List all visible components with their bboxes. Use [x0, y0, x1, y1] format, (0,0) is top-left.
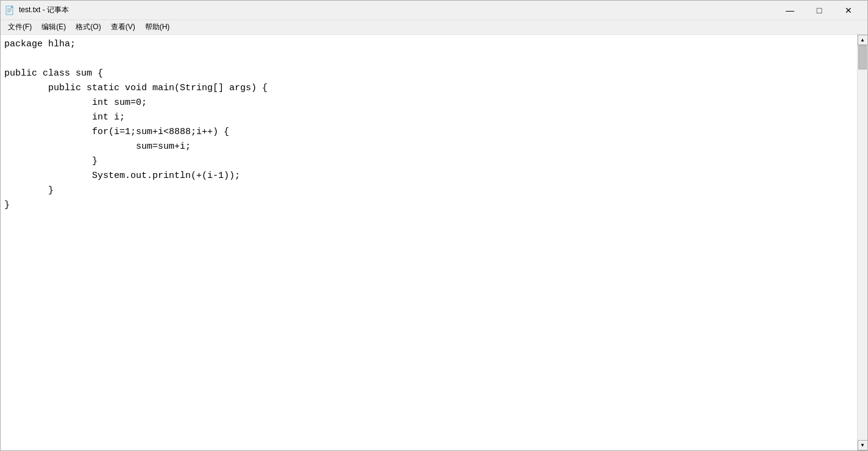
menu-help[interactable]: 帮助(H)	[140, 21, 175, 34]
scroll-thumb[interactable]	[858, 45, 867, 69]
window-title: test.txt - 记事本	[19, 5, 69, 15]
menu-edit[interactable]: 编辑(E)	[37, 21, 71, 34]
window-controls: — □ ✕	[776, 1, 863, 20]
menu-file[interactable]: 文件(F)	[3, 21, 37, 34]
scroll-up-button[interactable]: ▲	[858, 35, 868, 45]
app-icon	[5, 5, 15, 15]
minimize-button[interactable]: —	[776, 1, 804, 20]
svg-rect-1	[11, 6, 13, 8]
scroll-track[interactable]	[858, 45, 867, 440]
editor-area: ▲ ▼	[1, 35, 867, 450]
menu-view[interactable]: 查看(V)	[106, 21, 140, 34]
menu-format[interactable]: 格式(O)	[71, 21, 105, 34]
menu-bar: 文件(F) 编辑(E) 格式(O) 查看(V) 帮助(H)	[1, 20, 867, 35]
notepad-window: test.txt - 记事本 — □ ✕ 文件(F) 编辑(E) 格式(O) 查…	[0, 0, 868, 451]
close-button[interactable]: ✕	[834, 1, 863, 20]
scroll-down-button[interactable]: ▼	[858, 440, 868, 450]
title-bar-left: test.txt - 记事本	[5, 5, 69, 15]
editor-textarea[interactable]	[1, 35, 857, 450]
scrollbar-vertical: ▲ ▼	[857, 35, 867, 450]
title-bar: test.txt - 记事本 — □ ✕	[1, 1, 867, 20]
maximize-button[interactable]: □	[805, 1, 833, 20]
